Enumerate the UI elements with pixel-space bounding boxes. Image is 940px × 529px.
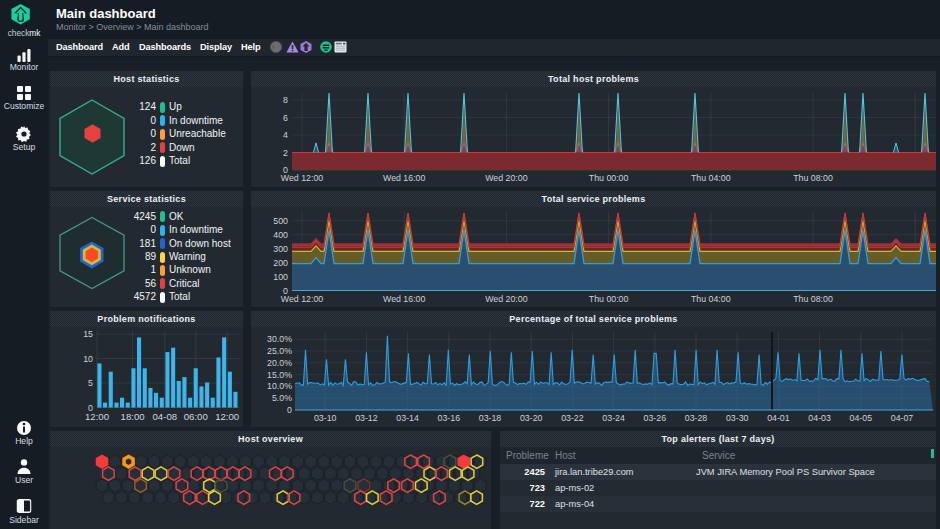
svg-text:10.0%: 10.0%	[267, 381, 292, 391]
svg-text:6: 6	[283, 113, 288, 123]
svg-text:15: 15	[83, 329, 93, 339]
svg-text:100: 100	[273, 272, 288, 282]
svg-text:Wed 16:00: Wed 16:00	[383, 173, 425, 183]
svg-text:400: 400	[273, 230, 288, 240]
svg-text:03-10: 03-10	[314, 413, 337, 423]
svg-text:Wed 20:00: Wed 20:00	[485, 294, 527, 304]
svg-text:Thu 04:00: Thu 04:00	[691, 294, 731, 304]
svg-text:03-12: 03-12	[355, 413, 378, 423]
svg-text:5.0%: 5.0%	[272, 393, 292, 403]
svg-text:04-01: 04-01	[767, 413, 790, 423]
svg-text:Thu 00:00: Thu 00:00	[589, 173, 629, 183]
svg-text:12:00: 12:00	[85, 411, 109, 422]
svg-text:Thu 04:00: Thu 04:00	[691, 173, 731, 183]
svg-text:03-28: 03-28	[685, 413, 708, 423]
svg-text:03-26: 03-26	[644, 413, 667, 423]
svg-text:20.0%: 20.0%	[267, 358, 292, 368]
svg-text:15.0%: 15.0%	[267, 370, 292, 380]
svg-text:Wed 20:00: Wed 20:00	[485, 173, 527, 183]
svg-text:Thu 08:00: Thu 08:00	[793, 294, 833, 304]
svg-text:0: 0	[287, 405, 292, 415]
svg-text:2: 2	[283, 148, 288, 158]
svg-text:03-14: 03-14	[396, 413, 419, 423]
svg-text:500: 500	[273, 216, 288, 226]
svg-text:10: 10	[83, 354, 93, 364]
svg-text:Wed 12:00: Wed 12:00	[281, 294, 323, 304]
svg-text:Thu 00:00: Thu 00:00	[589, 294, 629, 304]
svg-text:03-20: 03-20	[520, 413, 543, 423]
svg-text:4: 4	[283, 130, 288, 140]
svg-text:06:00: 06:00	[184, 411, 208, 422]
svg-text:04-03: 04-03	[808, 413, 831, 423]
svg-text:04-05: 04-05	[850, 413, 873, 423]
svg-text:Wed 12:00: Wed 12:00	[281, 173, 323, 183]
svg-text:30.0%: 30.0%	[267, 334, 292, 344]
svg-text:5: 5	[88, 378, 93, 388]
svg-text:Wed 16:00: Wed 16:00	[383, 294, 425, 304]
svg-text:200: 200	[273, 258, 288, 268]
svg-text:03-30: 03-30	[726, 413, 749, 423]
svg-text:04-07: 04-07	[891, 413, 914, 423]
svg-text:03-22: 03-22	[561, 413, 584, 423]
svg-text:03-16: 03-16	[438, 413, 461, 423]
svg-text:03-18: 03-18	[479, 413, 502, 423]
svg-text:12:00: 12:00	[215, 411, 239, 422]
svg-text:8: 8	[283, 95, 288, 105]
svg-text:03-24: 03-24	[602, 413, 625, 423]
svg-text:Thu 08:00: Thu 08:00	[793, 173, 833, 183]
svg-text:25.0%: 25.0%	[267, 346, 292, 356]
svg-text:04-08: 04-08	[153, 411, 178, 422]
svg-text:18:00: 18:00	[121, 411, 145, 422]
svg-text:300: 300	[273, 244, 288, 254]
